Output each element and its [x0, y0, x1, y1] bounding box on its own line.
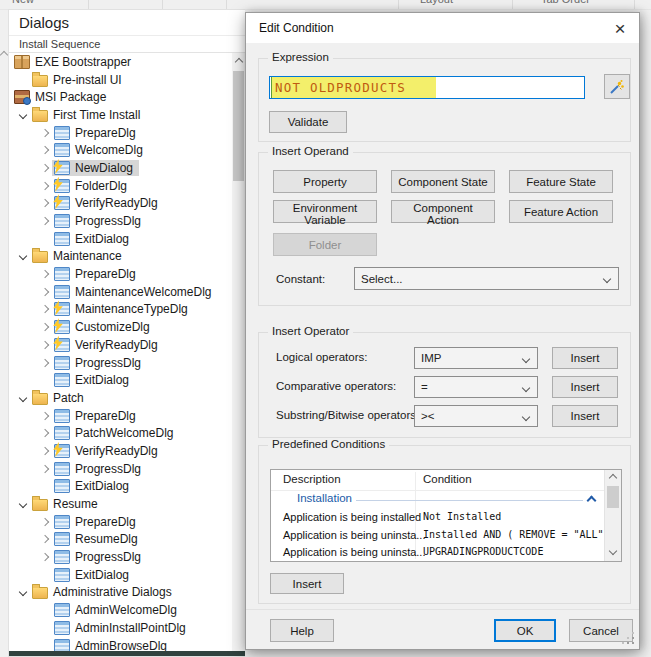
- close-button[interactable]: ×: [605, 15, 635, 41]
- collapse-icon[interactable]: [587, 496, 597, 506]
- tree-item[interactable]: VerifyReadyDlg: [9, 336, 232, 354]
- tree-item[interactable]: Patch: [9, 389, 232, 407]
- chevron-right-icon[interactable]: [41, 323, 49, 331]
- tree-item-content[interactable]: PrepareDlg: [52, 125, 142, 141]
- tree-item-content[interactable]: PrepareDlg: [52, 514, 142, 530]
- chevron-right-icon[interactable]: [41, 535, 49, 543]
- tree-item-content[interactable]: AdminWelcomeDlg: [52, 602, 183, 618]
- component-state-button[interactable]: Component State: [391, 170, 495, 193]
- tree-item-content[interactable]: ProgressDlg: [52, 355, 147, 371]
- tree-item[interactable]: PrepareDlg: [9, 513, 232, 531]
- tree-scrollbar[interactable]: [232, 53, 245, 656]
- tree-item[interactable]: CustomizeDlg: [9, 318, 232, 336]
- tree-item[interactable]: First Time Install: [9, 106, 232, 124]
- tree-item[interactable]: ExitDialog: [9, 230, 232, 248]
- scrollbar-thumb[interactable]: [233, 71, 244, 181]
- chevron-right-icon[interactable]: [41, 217, 49, 225]
- chevron-right-icon[interactable]: [41, 146, 49, 154]
- tree-item-content[interactable]: ExitDialog: [52, 478, 135, 494]
- tree-item[interactable]: PrepareDlg: [9, 124, 232, 142]
- tree-item-content[interactable]: VerifyReadyDlg: [52, 195, 164, 211]
- tree-item[interactable]: WelcomeDlg: [9, 141, 232, 159]
- constant-select[interactable]: Select...: [354, 267, 619, 290]
- tree-item[interactable]: ExitDialog: [9, 566, 232, 584]
- panel-edge-marker[interactable]: [1, 44, 7, 52]
- tree-item[interactable]: ExitDialog: [9, 371, 232, 389]
- condition-row[interactable]: Application is being installedNot Instal…: [271, 509, 605, 527]
- tree-item-content[interactable]: ProgressDlg: [52, 549, 147, 565]
- tree-item[interactable]: MSI Package: [9, 88, 232, 106]
- scrollbar-thumb[interactable]: [607, 486, 619, 508]
- tree-item-content[interactable]: PrepareDlg: [52, 408, 142, 424]
- tree-item[interactable]: MaintenanceWelcomeDlg: [9, 283, 232, 301]
- install-sequence-header[interactable]: Install Sequence: [9, 36, 245, 53]
- chevron-right-icon[interactable]: [41, 305, 49, 313]
- chevron-down-icon[interactable]: [19, 394, 27, 402]
- chevron-down-icon[interactable]: [19, 588, 27, 596]
- tree-item-content[interactable]: VerifyReadyDlg: [52, 443, 164, 459]
- tree-item-content[interactable]: AdminInstallPointDlg: [52, 620, 192, 636]
- tree-item[interactable]: AdminWelcomeDlg: [9, 601, 232, 619]
- chevron-right-icon[interactable]: [41, 429, 49, 437]
- tree-item-content[interactable]: MaintenanceWelcomeDlg: [52, 284, 218, 300]
- tree-item-content[interactable]: VerifyReadyDlg: [52, 337, 164, 353]
- validate-button[interactable]: Validate: [269, 111, 347, 133]
- tree-item[interactable]: NewDialog: [9, 159, 232, 177]
- tree-item[interactable]: FolderDlg: [9, 177, 232, 195]
- tree-item-content[interactable]: Patch: [30, 390, 90, 406]
- tree-item-content[interactable]: Resume: [30, 496, 104, 512]
- insert-comparative-button[interactable]: Insert: [552, 376, 618, 398]
- scroll-up-icon[interactable]: [235, 58, 243, 66]
- tree-item-content[interactable]: FolderDlg: [52, 178, 133, 194]
- tree-item[interactable]: AdminInstallPointDlg: [9, 619, 232, 637]
- chevron-right-icon[interactable]: [41, 411, 49, 419]
- table-scrollbar[interactable]: [604, 470, 621, 561]
- chevron-right-icon[interactable]: [41, 517, 49, 525]
- component-action-button[interactable]: Component Action: [391, 200, 495, 223]
- tree-item[interactable]: Maintenance: [9, 248, 232, 266]
- insert-substring-button[interactable]: Insert: [552, 405, 618, 427]
- column-description[interactable]: Description: [283, 473, 341, 485]
- chevron-right-icon[interactable]: [41, 199, 49, 207]
- tree-item-content[interactable]: ProgressDlg: [52, 461, 147, 477]
- tree-item[interactable]: PatchWelcomeDlg: [9, 424, 232, 442]
- tree-item[interactable]: EXE Bootstrapper: [9, 53, 232, 71]
- tree-item[interactable]: ExitDialog: [9, 478, 232, 496]
- tree-item-content[interactable]: MaintenanceTypeDlg: [52, 301, 194, 317]
- logical-operators-select[interactable]: IMP: [414, 347, 538, 369]
- tree-item-content[interactable]: EXE Bootstrapper: [12, 54, 137, 70]
- tree-selection[interactable]: NewDialog: [52, 160, 139, 176]
- help-button[interactable]: Help: [270, 619, 334, 642]
- tree-item[interactable]: ProgressDlg: [9, 212, 232, 230]
- tree-item-content[interactable]: PatchWelcomeDlg: [52, 425, 179, 441]
- tree-item-content[interactable]: PrepareDlg: [52, 266, 142, 282]
- environment-variable-button[interactable]: Environment Variable: [273, 200, 377, 223]
- tree-item-content[interactable]: ExitDialog: [52, 231, 135, 247]
- insert-logical-button[interactable]: Insert: [552, 347, 618, 369]
- ok-button[interactable]: OK: [494, 619, 556, 642]
- tree-item-content[interactable]: ResumeDlg: [52, 531, 144, 547]
- tree-item[interactable]: VerifyReadyDlg: [9, 442, 232, 460]
- column-condition[interactable]: Condition: [423, 473, 472, 485]
- resize-grip[interactable]: [632, 642, 634, 644]
- tree-item-content[interactable]: MSI Package: [12, 89, 112, 105]
- tree-item[interactable]: VerifyReadyDlg: [9, 195, 232, 213]
- expression-input[interactable]: NOT OLDPRODUCTS: [269, 76, 585, 99]
- tree-item-content[interactable]: WelcomeDlg: [52, 142, 149, 158]
- chevron-right-icon[interactable]: [41, 553, 49, 561]
- category-row-installation[interactable]: Installation: [271, 490, 605, 508]
- chevron-right-icon[interactable]: [41, 181, 49, 189]
- tree-item[interactable]: Resume: [9, 495, 232, 513]
- tree-item[interactable]: ProgressDlg: [9, 548, 232, 566]
- condition-row[interactable]: Application is being uninsta...Installed…: [271, 527, 605, 545]
- chevron-right-icon[interactable]: [41, 128, 49, 136]
- chevron-down-icon[interactable]: [19, 111, 27, 119]
- chevron-right-icon[interactable]: [41, 341, 49, 349]
- chevron-right-icon[interactable]: [41, 288, 49, 296]
- dialog-titlebar[interactable]: Edit Condition ×: [246, 13, 639, 43]
- scroll-down-icon[interactable]: [609, 547, 617, 555]
- chevron-right-icon[interactable]: [41, 464, 49, 472]
- chevron-right-icon[interactable]: [41, 358, 49, 366]
- tree-item-content[interactable]: ProgressDlg: [52, 213, 147, 229]
- tree-item[interactable]: ProgressDlg: [9, 460, 232, 478]
